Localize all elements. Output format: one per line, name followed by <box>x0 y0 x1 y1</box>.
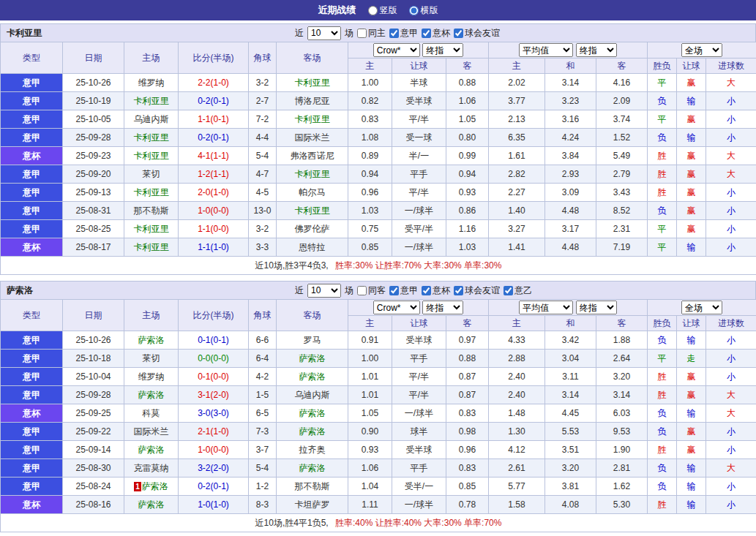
away-team[interactable]: 萨索洛 <box>277 350 348 368</box>
horizontal-radio[interactable] <box>409 6 419 15</box>
home-team[interactable]: 卡利亚里 <box>124 238 179 257</box>
match-score[interactable]: 1-1(1-0) <box>179 238 249 257</box>
filter-checkbox[interactable] <box>357 286 367 295</box>
away-team[interactable]: 萨索洛 <box>277 404 348 423</box>
match-score[interactable]: 4-1(1-1) <box>179 147 249 165</box>
odds-time-select[interactable]: 终指 <box>422 43 463 57</box>
filter-checkbox[interactable] <box>357 29 367 38</box>
filter-option[interactable]: 同主 <box>357 27 386 39</box>
match-score[interactable]: 2-0(1-0) <box>179 184 249 202</box>
match-score[interactable]: 1-0(0-0) <box>179 441 249 459</box>
home-team[interactable]: 卡利亚里 <box>124 220 179 238</box>
home-team[interactable]: 1萨索洛 <box>124 478 179 496</box>
home-team[interactable]: 维罗纳 <box>124 74 179 92</box>
average-time-select[interactable]: 终指 <box>576 301 617 314</box>
vertical-radio[interactable] <box>368 6 378 15</box>
away-team[interactable]: 乌迪内斯 <box>277 386 348 404</box>
average-time-select[interactable]: 终指 <box>576 43 617 57</box>
away-team[interactable]: 萨索洛 <box>277 423 348 441</box>
bookmaker-select[interactable]: Crow* <box>373 301 420 314</box>
match-score[interactable]: 2-2(1-0) <box>179 74 249 92</box>
scope-select[interactable]: 全场 <box>681 301 722 314</box>
avg-odds-draw: 3.23 <box>545 92 596 110</box>
home-team[interactable]: 莱切 <box>124 165 179 184</box>
col-home: 主场 <box>124 300 179 331</box>
away-team[interactable]: 弗洛西诺尼 <box>277 147 348 165</box>
match-score[interactable]: 0-2(0-1) <box>179 129 249 147</box>
home-team[interactable]: 国际米兰 <box>124 423 179 441</box>
match-score[interactable]: 2-1(1-0) <box>179 423 249 441</box>
away-team[interactable]: 萨索洛 <box>277 368 348 386</box>
filter-option[interactable]: 意杯 <box>422 27 450 39</box>
match-score[interactable]: 0-1(0-0) <box>179 368 249 386</box>
scope-select[interactable]: 全场 <box>681 43 722 57</box>
average-select[interactable]: 平均值 <box>519 301 573 314</box>
away-team[interactable]: 博洛尼亚 <box>277 92 348 110</box>
match-score[interactable]: 1-1(0-1) <box>179 110 249 129</box>
home-team[interactable]: 萨索洛 <box>124 386 179 404</box>
match-score[interactable]: 1-2(1-1) <box>179 165 249 184</box>
away-team[interactable]: 恩特拉 <box>277 238 348 257</box>
home-team[interactable]: 卡利亚里 <box>124 184 179 202</box>
match-score[interactable]: 3-0(3-0) <box>179 404 249 423</box>
filter-checkbox[interactable] <box>454 286 463 295</box>
match-score[interactable]: 3-1(2-0) <box>179 386 249 404</box>
filter-checkbox[interactable] <box>504 286 513 295</box>
home-team[interactable]: 那不勒斯 <box>124 202 179 220</box>
filter-checkbox[interactable] <box>389 286 399 295</box>
away-team[interactable]: 国际米兰 <box>277 129 348 147</box>
filter-checkbox[interactable] <box>422 286 431 295</box>
away-team[interactable]: 萨索洛 <box>277 459 348 478</box>
away-team[interactable]: 卡利亚里 <box>277 110 348 129</box>
away-team[interactable]: 罗马 <box>277 331 348 350</box>
match-score[interactable]: 1-0(0-0) <box>179 202 249 220</box>
away-team[interactable]: 卡利亚里 <box>277 165 348 184</box>
home-team[interactable]: 萨索洛 <box>124 496 179 514</box>
average-select[interactable]: 平均值 <box>519 43 573 57</box>
filter-option[interactable]: 同客 <box>357 284 386 297</box>
filter-option[interactable]: 球会友谊 <box>454 284 500 297</box>
home-team[interactable]: 乌迪内斯 <box>124 110 179 129</box>
filter-option[interactable]: 意乙 <box>504 284 532 297</box>
match-score[interactable]: 0-2(0-1) <box>179 92 249 110</box>
away-team[interactable]: 卡坦萨罗 <box>277 496 348 514</box>
games-count-select[interactable]: 10 <box>307 26 341 40</box>
match-score[interactable]: 1-0(1-0) <box>179 496 249 514</box>
away-team[interactable]: 拉齐奥 <box>277 441 348 459</box>
home-team[interactable]: 萨索洛 <box>124 331 179 350</box>
home-team[interactable]: 卡利亚里 <box>124 92 179 110</box>
filter-option[interactable]: 意甲 <box>389 27 418 39</box>
avg-odds-away: 2.31 <box>596 220 648 238</box>
team-link: 卡利亚里 <box>295 78 330 88</box>
filter-option[interactable]: 意甲 <box>389 284 418 297</box>
match-score[interactable]: 1-1(0-0) <box>179 220 249 238</box>
result-handicap: 赢 <box>677 441 706 459</box>
match-score[interactable]: 0-1(0-1) <box>179 331 249 350</box>
bookmaker-select[interactable]: Crow* <box>373 43 420 57</box>
away-team[interactable]: 佛罗伦萨 <box>277 220 348 238</box>
filter-checkbox[interactable] <box>454 29 463 38</box>
home-team[interactable]: 莱切 <box>124 350 179 368</box>
layout-option-vertical[interactable]: 竖版 <box>368 4 397 17</box>
away-team[interactable]: 那不勒斯 <box>277 478 348 496</box>
away-team[interactable]: 帕尔马 <box>277 184 348 202</box>
games-count-select[interactable]: 10 <box>307 284 341 298</box>
away-team[interactable]: 卡利亚里 <box>277 202 348 220</box>
odds-time-select[interactable]: 终指 <box>422 301 463 314</box>
home-team[interactable]: 科莫 <box>124 404 179 423</box>
filter-checkbox[interactable] <box>389 29 399 38</box>
home-team[interactable]: 克雷莫纳 <box>124 459 179 478</box>
match-score[interactable]: 0-2(0-1) <box>179 478 249 496</box>
filter-checkbox[interactable] <box>422 29 431 38</box>
match-score[interactable]: 0-0(0-0) <box>179 350 249 368</box>
filter-option[interactable]: 意杯 <box>422 284 450 297</box>
filter-option[interactable]: 球会友谊 <box>454 27 500 39</box>
match-score[interactable]: 3-2(2-0) <box>179 459 249 478</box>
summary-row: 近10场,胜4平1负5, 胜率:40% 让胜率:40% 大率:30% 单率:70… <box>1 514 756 532</box>
layout-option-horizontal[interactable]: 横版 <box>409 4 438 17</box>
home-team[interactable]: 维罗纳 <box>124 368 179 386</box>
home-team[interactable]: 萨索洛 <box>124 441 179 459</box>
home-team[interactable]: 卡利亚里 <box>124 147 179 165</box>
home-team[interactable]: 卡利亚里 <box>124 129 179 147</box>
away-team[interactable]: 卡利亚里 <box>277 74 348 92</box>
